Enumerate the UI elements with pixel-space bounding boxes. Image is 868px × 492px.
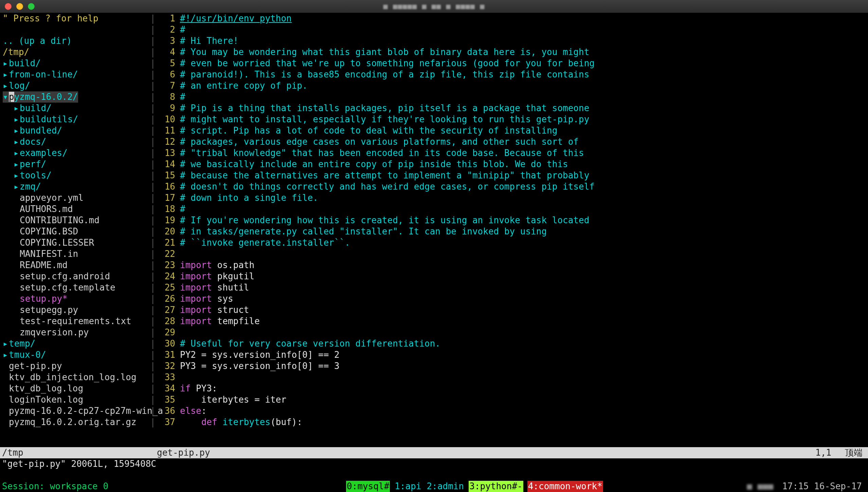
tmux-window[interactable]: 4:common-work* <box>527 481 603 492</box>
code-line[interactable]: else: <box>180 405 868 417</box>
code-line[interactable]: # "tribal knowledge" that has been encod… <box>180 147 868 159</box>
code-line[interactable] <box>180 327 868 338</box>
code-line[interactable]: # might want to install, especially if t… <box>180 114 868 125</box>
code-line[interactable]: # <box>180 24 868 35</box>
code-line[interactable]: #!/usr/bin/env python <box>180 13 868 24</box>
tree-item-selected[interactable]: ▾pyzmq-16.0.2/ <box>3 91 78 103</box>
blank-row <box>0 470 868 481</box>
tmux-window[interactable]: 3:python#- <box>469 481 523 492</box>
tmux-window[interactable]: 0:mysql# <box>346 481 390 492</box>
code-line[interactable]: import pkgutil <box>180 271 868 282</box>
tree-item[interactable]: ▸build/ <box>3 103 149 114</box>
tree-item[interactable]: ▸docs/ <box>3 136 149 147</box>
code-line[interactable] <box>180 372 868 383</box>
code-line[interactable]: # You may be wondering what this giant b… <box>180 47 868 58</box>
tree-item[interactable]: pyzmq_16.0.2.orig.tar.gz <box>3 417 149 428</box>
tree-item[interactable]: setup.cfg.android <box>3 271 149 282</box>
status-left: /tmp <box>0 447 157 458</box>
tree-item[interactable]: ▸perf/ <box>3 159 149 170</box>
terminal[interactable]: " Press ? for help .. (up a dir)/tmp/▸bu… <box>0 13 868 492</box>
tree-item[interactable]: AUTHORS.md <box>3 204 149 215</box>
code-line[interactable]: # we basically include an entire copy of… <box>180 159 868 170</box>
code-line[interactable]: # Hi There! <box>180 35 868 47</box>
code-line[interactable]: # <box>180 91 868 103</box>
tree-item[interactable]: zmqversion.py <box>3 327 149 338</box>
code-line[interactable]: # Useful for very coarse version differe… <box>180 338 868 349</box>
nerdtree-root[interactable]: /tmp/ <box>3 47 149 58</box>
code-line[interactable]: # ``invoke generate.installer``. <box>180 237 868 248</box>
pane-divider: ||||||||||||||||||||||||||||||||||||| <box>149 13 157 447</box>
code-line[interactable]: import tempfile <box>180 316 868 327</box>
tree-item[interactable]: ▸temp/ <box>3 338 149 349</box>
tree-item[interactable]: loginToken.log <box>3 394 149 405</box>
tree-item[interactable]: setup.py* <box>3 293 149 304</box>
nerdtree-pane[interactable]: " Press ? for help .. (up a dir)/tmp/▸bu… <box>0 13 149 447</box>
code-line[interactable]: # If you're wondering how this is create… <box>180 215 868 226</box>
tree-item[interactable]: README.md <box>3 260 149 271</box>
tree-item[interactable]: CONTRIBUTING.md <box>3 215 149 226</box>
line-number: 5 <box>157 58 175 69</box>
code-line[interactable]: # down into a single file. <box>180 192 868 204</box>
code-line[interactable]: # <box>180 204 868 215</box>
line-number: 35 <box>157 394 175 405</box>
code-line[interactable]: import shutil <box>180 282 868 293</box>
line-number: 10 <box>157 114 175 125</box>
line-number: 28 <box>157 316 175 327</box>
tmux-host: ■ ■■■ <box>747 481 773 491</box>
tree-item[interactable]: appveyor.yml <box>3 192 149 204</box>
tmux-time: 17:15 16-Sep-17 <box>782 481 862 491</box>
code-line[interactable]: PY2 = sys.version_info[0] == 2 <box>180 349 868 361</box>
code-line[interactable]: # doesn't do things correctly and has we… <box>180 181 868 192</box>
code-line[interactable]: # script. Pip has a lot of code to deal … <box>180 125 868 136</box>
code-line[interactable]: import os.path <box>180 260 868 271</box>
tree-item[interactable]: ▸tools/ <box>3 170 149 181</box>
tree-item[interactable]: ▸tmux-0/ <box>3 349 149 361</box>
tree-item[interactable]: ktv_db_injection_log.log <box>3 372 149 383</box>
line-number-gutter: 1234567891011121314151617181920212223242… <box>157 13 179 447</box>
tree-item[interactable]: setupegg.py <box>3 304 149 316</box>
code-line[interactable]: def iterbytes(buf): <box>180 417 868 428</box>
tmux-window[interactable]: 2:admin <box>426 481 465 492</box>
tree-item[interactable]: ktv_db_log.log <box>3 383 149 394</box>
line-number: 7 <box>157 80 175 91</box>
line-number: 37 <box>157 417 175 428</box>
tree-item[interactable]: ▸build/ <box>3 58 149 69</box>
status-position: 1,1 <box>815 447 845 458</box>
tree-item[interactable]: get-pip.py <box>3 361 149 372</box>
tree-item[interactable]: ▸log/ <box>3 80 149 91</box>
code-line[interactable]: if PY3: <box>180 383 868 394</box>
line-number: 4 <box>157 47 175 58</box>
tree-item[interactable]: setup.cfg.template <box>3 282 149 293</box>
tree-item[interactable]: MANIFEST.in <box>3 248 149 260</box>
nerdtree-updir[interactable]: .. (up a dir) <box>3 35 149 47</box>
tree-item[interactable]: ▸from-on-line/ <box>3 69 149 80</box>
line-number: 33 <box>157 372 175 383</box>
code-line[interactable]: # Pip is a thing that installs packages,… <box>180 103 868 114</box>
code-line[interactable]: # because the alternatives are attempt t… <box>180 170 868 181</box>
tree-item[interactable]: ▸zmq/ <box>3 181 149 192</box>
line-number: 29 <box>157 327 175 338</box>
tree-item[interactable]: COPYING.BSD <box>3 226 149 237</box>
tmux-window[interactable]: 1:api <box>394 481 422 492</box>
code-line[interactable]: iterbytes = iter <box>180 394 868 405</box>
code-line[interactable]: # packages, various edge cases on variou… <box>180 136 868 147</box>
tree-item[interactable]: ▸buildutils/ <box>3 114 149 125</box>
code-line[interactable]: # paranoid!). This is a base85 encoding … <box>180 69 868 80</box>
code-editor[interactable]: #!/usr/bin/env python## Hi There!# You m… <box>179 13 868 447</box>
code-line[interactable]: # an entire copy of pip. <box>180 80 868 91</box>
tree-item[interactable]: pyzmq-16.0.2-cp27-cp27m-win_a <box>3 405 149 417</box>
line-number: 31 <box>157 349 175 361</box>
code-line[interactable]: import sys <box>180 293 868 304</box>
code-line[interactable]: PY3 = sys.version_info[0] == 3 <box>180 361 868 372</box>
code-line[interactable]: import struct <box>180 304 868 316</box>
tree-item[interactable]: ▸examples/ <box>3 147 149 159</box>
code-line[interactable] <box>180 248 868 260</box>
line-number: 14 <box>157 159 175 170</box>
tree-item[interactable]: test-requirements.txt <box>3 316 149 327</box>
code-line[interactable]: # even be worried that we're up to somet… <box>180 58 868 69</box>
line-number: 18 <box>157 204 175 215</box>
code-line[interactable]: # in tasks/generate.py called "installer… <box>180 226 868 237</box>
tree-item[interactable]: ▸bundled/ <box>3 125 149 136</box>
tree-item[interactable]: COPYING.LESSER <box>3 237 149 248</box>
line-number: 30 <box>157 338 175 349</box>
